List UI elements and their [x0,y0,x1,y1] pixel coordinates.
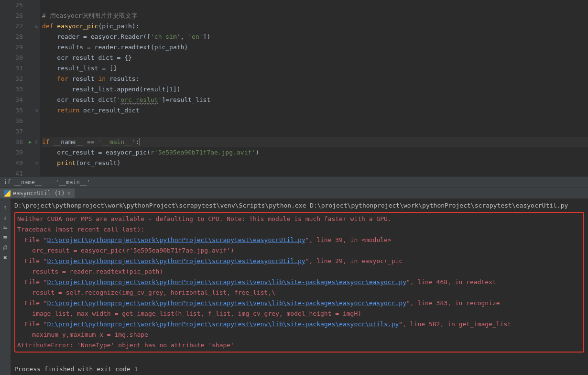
console-line: Neither CUDA nor MPS are available - def… [17,214,581,224]
line-number: 36 [8,116,23,126]
code-line[interactable] [42,168,588,179]
traceback-file-link[interactable]: D:\project\pythonproject\work\pythonProj… [47,299,406,307]
code-line[interactable]: if __name__ == '__main__': [42,137,588,147]
console-panel: ↑↓⇆≡⎙✖ D:\project\pythonproject\work\pyt… [0,199,588,375]
traceback-file-link[interactable]: D:\project\pythonproject\work\pythonProj… [47,236,305,243]
fold-gutter: ⊟⊖⊟⊖ [33,0,40,176]
code-line[interactable]: # 用easyocr识别图片并提取文字 [42,11,588,21]
code-line[interactable]: result_list = [] [42,63,588,74]
console-line: image_list, max_width = get_image_list(h… [17,309,581,319]
code-line[interactable]: for result in results: [42,74,588,84]
line-number: 25 [8,0,23,11]
code-line[interactable]: reader = easyocr.Reader(['ch_sim', 'en']… [42,32,588,42]
console-tool-button[interactable]: ↑ [1,204,9,211]
console-tool-button[interactable]: ↓ [1,214,9,221]
code-line[interactable]: ocr_result_dict = {} [42,53,588,63]
line-number: 38 [8,137,23,147]
run-tab-bar: easyocrUtil (1) × [0,187,588,199]
code-line[interactable]: result_list.append(result[1]) [42,84,588,95]
line-number: 27 [8,21,23,32]
line-number: 26 [8,11,23,21]
code-line[interactable]: results = reader.readtext(pic_path) [42,42,588,53]
python-icon [4,190,11,197]
traceback-file-link[interactable]: D:\project\pythonproject\work\pythonProj… [47,278,406,286]
line-number: 32 [8,74,23,84]
error-highlight-box: Neither CUDA nor MPS are available - def… [14,212,584,353]
code-editor[interactable]: # 用easyocr识别图片并提取文字def easyocr_pic(pic_p… [40,0,588,176]
line-number: 28 [8,32,23,42]
console-tool-button[interactable]: ⇆ [1,224,9,232]
breadcrumb-text: if __name__ == '__main__' [4,179,90,186]
traceback-file-link[interactable]: D:\project\pythonproject\work\pythonProj… [47,257,305,265]
console-line: File "D:\project\pythonproject\work\pyth… [17,319,581,330]
code-line[interactable]: print(orc_result) [42,158,588,168]
line-number: 37 [8,126,23,137]
editor-area: 2526272829303132333435363738394041 ▶ ⊟⊖⊟… [0,0,588,176]
code-line[interactable] [42,116,588,126]
console-line: result = self.recognize(img_cv_grey, hor… [17,287,581,298]
console-line: results = reader.readtext(pic_path) [17,266,581,277]
line-number: 34 [8,95,23,105]
code-line[interactable]: return ocr_result_dict [42,105,588,116]
fold-toggle-icon[interactable]: ⊟ [33,137,40,147]
line-number: 39 [8,147,23,158]
run-gutter: ▶ [27,0,33,176]
console-line: orc_result = easyocr_pic(r'5e595ea90b71f… [17,245,581,256]
line-number: 40 [8,158,23,168]
run-line-icon[interactable]: ▶ [27,137,33,147]
console-cmdline: D:\project\pythonproject\work\pythonProj… [14,200,584,211]
fold-toggle-icon[interactable]: ⊖ [33,158,40,168]
line-number: 29 [8,42,23,53]
line-number-gutter: 2526272829303132333435363738394041 [8,0,27,176]
line-number: 33 [8,84,23,95]
console-line: File "D:\project\pythonproject\work\pyth… [17,256,581,266]
console-exit-line: Process finished with exit code 1 [14,364,584,375]
code-line[interactable] [42,0,588,11]
line-number: 35 [8,105,23,116]
code-line[interactable]: orc_result = easyocr_pic(r'5e595ea90b71f… [42,147,588,158]
console-line: File "D:\project\pythonproject\work\pyth… [17,298,581,309]
console-line: File "D:\project\pythonproject\work\pyth… [17,277,581,287]
console-tool-button[interactable]: ✖ [1,254,9,262]
gutter-icons-strip [0,0,8,176]
console-toolbar: ↑↓⇆≡⎙✖ [0,199,11,375]
code-line[interactable]: def easyocr_pic(pic_path): [42,21,588,32]
console-line: AttributeError: 'NoneType' object has no… [17,340,581,351]
fold-toggle-icon[interactable]: ⊟ [33,21,40,32]
run-config-tab[interactable]: easyocrUtil (1) × [0,188,75,198]
line-number: 31 [8,63,23,74]
run-tab-label: easyocrUtil (1) [13,190,65,197]
close-icon[interactable]: × [67,190,70,197]
console-line: maximum_y,maximum_x = img.shape [17,330,581,340]
traceback-file-link[interactable]: D:\project\pythonproject\work\pythonProj… [47,320,399,328]
console-output[interactable]: D:\project\pythonproject\work\pythonProj… [11,199,588,375]
code-line[interactable] [42,126,588,137]
code-line[interactable]: ocr_result_dict['orc_reslut']=result_lis… [42,95,588,105]
line-number: 30 [8,53,23,63]
gutter-marker [1,4,7,10]
console-tool-button[interactable]: ⎙ [1,244,9,252]
console-line: Traceback (most recent call last): [17,224,581,235]
console-line: File "D:\project\pythonproject\work\pyth… [17,235,581,245]
console-tool-button[interactable]: ≡ [1,234,9,242]
fold-toggle-icon[interactable]: ⊖ [33,105,40,116]
